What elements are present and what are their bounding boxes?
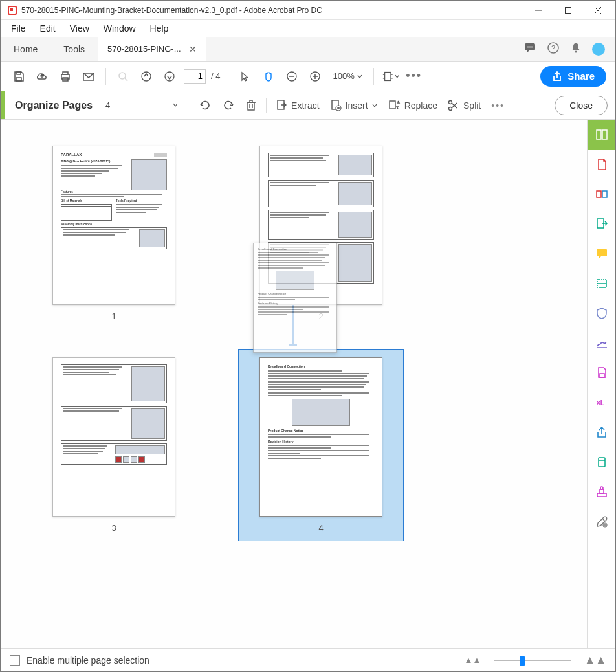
svg-rect-40 [597,130,601,139]
next-page-icon[interactable] [160,67,179,85]
zoom-small-icon[interactable]: ▲▲ [465,655,481,665]
menu-view[interactable]: View [65,22,94,35]
zoom-in-icon[interactable] [306,67,324,85]
share-button[interactable]: Share [540,66,606,87]
close-organize-button[interactable]: Close [555,96,608,115]
page-number-input[interactable] [184,69,206,84]
bell-icon[interactable] [570,42,582,56]
mail-icon[interactable] [80,67,98,85]
prev-page-icon[interactable] [137,67,155,85]
save-icon[interactable] [10,67,28,85]
window-title: 570-28015-PING-Mounting-Bracket-Document… [21,6,523,15]
close-button[interactable] [583,1,613,20]
menu-window[interactable]: Window [98,22,141,35]
organize-pages-toolbar: Organize Pages 4 Extract Insert Replace … [1,91,615,120]
organize-pages-tool-icon[interactable] [588,120,616,150]
svg-point-56 [600,487,603,489]
organize-pages-title: Organize Pages [5,100,103,111]
zoom-dropdown[interactable]: 100% [329,69,365,83]
export-pdf-icon[interactable] [588,150,616,179]
page-thumbnail-3[interactable]: 3 [52,357,175,533]
optimize-icon[interactable] [588,447,616,477]
rotate-ccw-button[interactable] [193,96,217,115]
extract-button[interactable]: Extract [270,96,325,115]
tab-document[interactable]: 570-28015-PING-... ✕ [98,37,206,61]
page-thumbnail-4[interactable]: Breadboard Connection Product Change Not… [238,349,404,541]
replace-button[interactable]: Replace [382,96,443,115]
help-icon[interactable]: ? [547,41,560,57]
protect-icon[interactable] [588,298,616,328]
svg-point-11 [531,46,533,47]
page-thumbnail-1[interactable]: PARALLAX PING))) Bracket Kit (#570-28015… [52,146,175,321]
page-select-dropdown[interactable]: 4 [103,98,181,113]
insert-button[interactable]: Insert [325,96,382,115]
redact-icon[interactable]: ×L [588,388,616,418]
multi-select-checkbox[interactable] [10,655,20,666]
window-controls [523,1,613,20]
drag-ghost-page: Breadboard Connection Product Change Not… [253,243,337,353]
menu-edit[interactable]: Edit [35,22,61,35]
menu-help[interactable]: Help [145,22,174,35]
pdf-icon [7,5,17,16]
svg-point-38 [449,100,452,104]
page-preview [52,357,175,517]
tab-bar: Home Tools 570-28015-PING-... ✕ ? [1,37,615,62]
scan-icon[interactable] [588,269,616,298]
svg-rect-52 [599,458,605,467]
close-tab-icon[interactable]: ✕ [189,44,197,54]
thumbnail-size-slider[interactable] [494,660,571,661]
hand-icon[interactable] [259,67,278,85]
share-label: Share [567,71,595,82]
svg-rect-18 [63,72,68,74]
pointer-icon[interactable] [236,67,254,85]
svg-rect-45 [597,249,607,256]
fit-page-icon[interactable] [382,67,400,85]
menu-file[interactable]: File [6,22,31,35]
page-number-label: 3 [111,523,116,533]
delete-button[interactable] [240,96,262,115]
chat-icon[interactable] [523,41,536,57]
print-icon[interactable] [56,67,74,85]
more-icon[interactable]: ••• [405,67,423,85]
export-icon[interactable] [588,209,616,239]
customize-icon[interactable] [588,507,616,537]
tab-document-label: 570-28015-PING-... [107,44,181,54]
zoom-large-icon[interactable]: ▲▲ [584,654,606,667]
svg-point-14 [575,50,577,52]
svg-text:×L: ×L [597,399,604,407]
save-file-icon[interactable] [588,358,616,388]
right-sidebar: ×L [587,120,615,648]
chevron-down-icon [372,103,377,108]
svg-text:?: ? [551,44,555,52]
minimize-button[interactable] [523,1,553,20]
svg-point-21 [119,73,126,79]
tab-home[interactable]: Home [1,37,50,61]
comment-icon[interactable] [588,239,616,269]
search-icon[interactable] [114,67,132,85]
cloud-icon[interactable] [33,67,51,85]
stamp-icon[interactable] [588,477,616,507]
tab-tools[interactable]: Tools [50,37,98,61]
svg-rect-37 [390,101,395,109]
slider-thumb[interactable] [520,656,525,666]
svg-rect-42 [597,191,601,197]
zoom-out-icon[interactable] [283,67,301,85]
split-button[interactable]: Split [443,96,486,115]
svg-rect-50 [600,374,604,377]
svg-rect-55 [600,489,604,493]
more-options-button[interactable]: ••• [486,96,510,115]
svg-rect-16 [17,72,21,74]
maximize-button[interactable] [553,1,583,20]
rotate-cw-button[interactable] [217,96,240,115]
bottom-bar: Enable multiple page selection ▲▲ ▲▲ [1,648,615,671]
sign-icon[interactable] [588,328,616,358]
page-preview: PARALLAX PING))) Bracket Kit (#570-28015… [52,146,175,305]
svg-point-39 [449,107,452,110]
share-tool-icon[interactable] [588,418,616,447]
combine-icon[interactable] [588,179,616,209]
thumbnail-area[interactable]: PARALLAX PING))) Bracket Kit (#570-28015… [1,120,587,648]
svg-rect-43 [602,191,607,197]
svg-rect-15 [16,78,21,81]
page-total-label: / 4 [211,71,220,81]
avatar[interactable] [592,43,605,56]
